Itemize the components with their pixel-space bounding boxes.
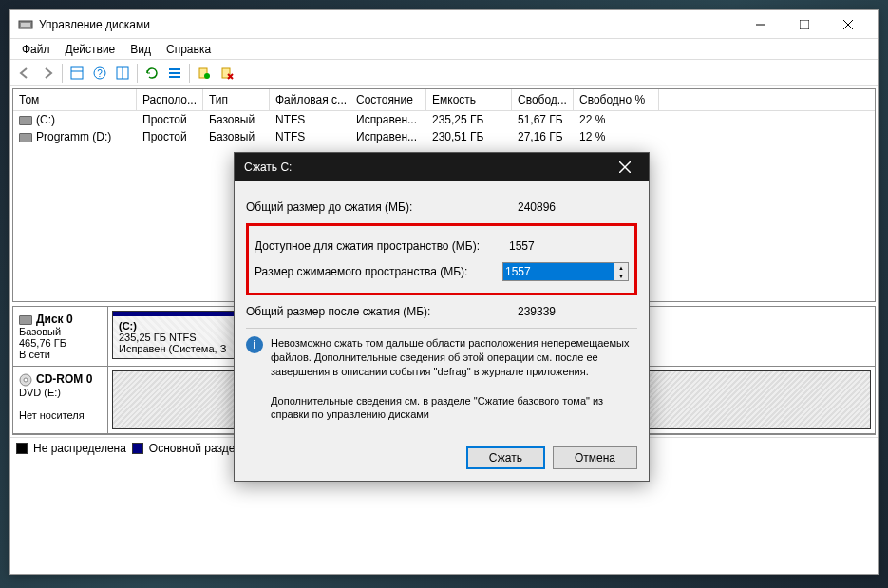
toolbar: ?: [10, 60, 878, 86]
spinner-up[interactable]: ▲: [614, 263, 628, 272]
row-fs: NTFS: [270, 128, 350, 145]
volume-icon: [19, 116, 32, 125]
col-freepc[interactable]: Свободно %: [574, 89, 659, 110]
menu-view[interactable]: Вид: [123, 41, 159, 58]
svg-point-21: [24, 378, 28, 382]
delete-icon: [220, 66, 234, 80]
disk-label[interactable]: Диск 0 Базовый 465,76 ГБ В сети: [13, 307, 108, 366]
titlebar: Управление дисками: [10, 10, 878, 39]
close-icon: [843, 20, 853, 29]
forward-icon: [41, 66, 54, 80]
disk-label[interactable]: CD-ROM 0 DVD (E:) Нет носителя: [13, 367, 108, 433]
minimize-button[interactable]: [739, 10, 783, 39]
row-free: 27,16 ГБ: [512, 128, 574, 145]
back-button[interactable]: [14, 63, 35, 84]
row-tom: (C:): [36, 113, 55, 126]
row-cap: 235,25 ГБ: [426, 111, 512, 128]
toolbar-refresh[interactable]: [142, 63, 162, 84]
label-total-after: Общий размер после сжатия (МБ):: [246, 305, 514, 318]
row-total-after: Общий размер после сжатия (МБ): 239339: [246, 303, 637, 320]
disk-name: CD-ROM 0: [36, 372, 92, 386]
cancel-button[interactable]: Отмена: [553, 446, 637, 469]
close-button[interactable]: [826, 10, 870, 39]
svg-rect-14: [169, 76, 180, 78]
table-row[interactable]: (C:) Простой Базовый NTFS Исправен... 23…: [13, 111, 875, 128]
refresh-icon: [145, 66, 159, 80]
row-cap: 230,51 ГБ: [426, 128, 512, 145]
toolbar-new[interactable]: [194, 63, 215, 84]
col-loc[interactable]: Располо...: [137, 89, 203, 110]
dialog-buttons: Сжать Отмена: [235, 439, 649, 481]
dialog-close-button[interactable]: [611, 153, 639, 181]
shrink-size-input[interactable]: [502, 262, 614, 281]
dialog-body: Общий размер до сжатия (МБ): 240896 Дост…: [235, 181, 649, 439]
svg-rect-1: [21, 23, 30, 27]
row-total-before: Общий размер до сжатия (МБ): 240896: [246, 199, 637, 216]
col-free[interactable]: Свобод...: [512, 89, 574, 110]
svg-rect-6: [71, 67, 83, 79]
row-state: Исправен...: [350, 128, 426, 145]
row-loc: Простой: [137, 128, 203, 145]
partition-name: (C:): [119, 320, 137, 332]
col-type[interactable]: Тип: [203, 89, 270, 110]
col-state[interactable]: Состояние: [350, 89, 426, 110]
svg-rect-3: [800, 20, 809, 29]
legend-unalloc: Не распределена: [33, 442, 126, 455]
menu-help[interactable]: Справка: [159, 41, 218, 58]
disk-status: Нет носителя: [19, 409, 85, 421]
forward-button[interactable]: [37, 63, 58, 84]
volume-icon: [19, 133, 32, 142]
toolbar-view1[interactable]: [66, 63, 87, 84]
shrink-button[interactable]: Сжать: [466, 446, 545, 469]
row-fs: NTFS: [270, 111, 350, 128]
label-total-before: Общий размер до сжатия (МБ):: [246, 200, 514, 214]
spinner: ▲ ▼: [614, 262, 629, 281]
menu-file[interactable]: Файл: [14, 41, 58, 58]
cdrom-icon: [19, 373, 32, 387]
help-icon: ?: [93, 66, 106, 80]
col-cap[interactable]: Емкость: [426, 89, 512, 110]
toolbar-list[interactable]: [164, 63, 185, 84]
app-icon: [18, 17, 33, 32]
toolbar-view2[interactable]: [112, 63, 133, 84]
row-available: Доступное для сжатия пространство (МБ): …: [255, 237, 629, 255]
row-free: 51,67 ГБ: [512, 111, 574, 128]
minimize-icon: [756, 20, 765, 29]
col-fs[interactable]: Файловая с...: [270, 89, 350, 110]
svg-rect-12: [169, 68, 180, 70]
value-total-after: 239339: [514, 303, 637, 320]
shrink-dialog: Сжать C: Общий размер до сжатия (МБ): 24…: [234, 152, 650, 482]
list-icon: [168, 66, 181, 80]
spinner-down[interactable]: ▼: [614, 272, 628, 280]
row-freepc: 22 %: [574, 111, 659, 128]
row-type: Базовый: [203, 111, 270, 128]
label-available: Доступное для сжатия пространство (МБ):: [255, 239, 505, 253]
window-title: Управление дисками: [39, 18, 739, 31]
view2-icon: [116, 66, 129, 80]
toolbar-delete[interactable]: [217, 63, 237, 84]
view1-icon: [70, 66, 84, 80]
svg-point-16: [204, 73, 210, 79]
legend-primary: Основной раздел: [149, 442, 241, 455]
maximize-icon: [800, 20, 809, 29]
toolbar-help[interactable]: ?: [89, 63, 110, 84]
menu-action[interactable]: Действие: [58, 41, 123, 58]
col-tom[interactable]: Том: [13, 89, 137, 110]
row-freepc: 12 %: [574, 128, 659, 145]
close-icon: [619, 161, 631, 173]
partition-info: 235,25 ГБ NTFS: [119, 332, 197, 343]
row-loc: Простой: [137, 111, 203, 128]
row-tom: Programm (D:): [36, 130, 111, 143]
disk-name: Диск 0: [36, 313, 73, 326]
partition-c[interactable]: (C:) 235,25 ГБ NTFS Исправен (Система, З: [112, 311, 236, 359]
back-icon: [18, 66, 31, 80]
disk-type: DVD (E:): [19, 387, 61, 398]
table-row[interactable]: Programm (D:) Простой Базовый NTFS Испра…: [13, 128, 875, 145]
maximize-button[interactable]: [783, 10, 826, 39]
disk-type: Базовый: [19, 326, 61, 337]
svg-rect-17: [222, 68, 230, 78]
row-state: Исправен...: [350, 111, 426, 128]
legend-unalloc-icon: [16, 443, 28, 454]
row-type: Базовый: [203, 128, 270, 145]
menubar: Файл Действие Вид Справка: [10, 39, 878, 60]
